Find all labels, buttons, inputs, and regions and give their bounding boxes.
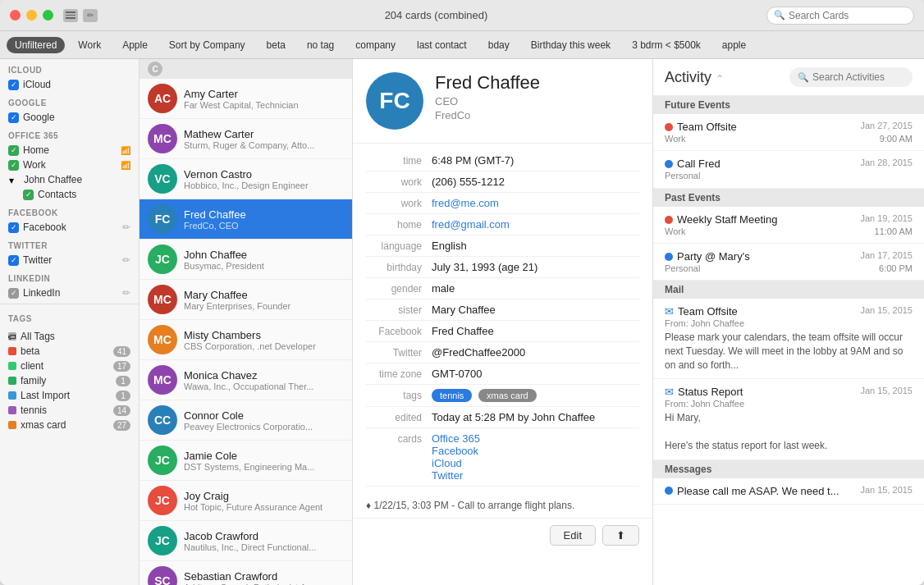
activity-search-input[interactable] [812,71,904,83]
mail-title: Mail [653,281,924,299]
contact-item-joy-craig[interactable]: JCJoy CraigHot Topic, Future Assurance A… [140,481,352,521]
tag-xmas[interactable]: xmas card [478,389,537,402]
contact-item-misty-chambers[interactable]: MCMisty ChambersCBS Corporation, .net De… [140,320,352,360]
contact-name-2: Vernon Castro [184,168,344,181]
contact-item-fred-chaffee[interactable]: FCFred ChaffeeFredCo, CEO [140,199,352,240]
tag-count-last-import: 1 [116,391,130,401]
linkedin-checkbox[interactable] [8,288,19,299]
detail-row-twitter: Twitter @FredChaffee2000 [366,342,639,363]
status-report-date: Jan 15, 2015 [860,386,913,395]
contact-item-vernon-castro[interactable]: VCVernon CastroHobbico, Inc., Design Eng… [140,159,352,199]
home-email-value[interactable]: fred@gmail.com [432,218,639,231]
search-cards-bar[interactable]: 🔍 [766,7,914,25]
detail-row-tags: tags tennis xmas card [366,385,639,407]
contact-item-jacob-crawford[interactable]: JCJacob CrawfordNautilus, Inc., Direct F… [140,521,352,561]
contact-item-mathew-carter[interactable]: MCMathew CarterSturm, Ruger & Company, A… [140,119,352,159]
sidebar-item-icloud[interactable]: iCloud [0,77,139,92]
home-checkbox[interactable] [8,145,19,156]
sidebar-toggle-icon[interactable] [63,9,78,22]
detail-avatar: FC [366,72,423,130]
contact-sub-7: Wawa, Inc., Occupational Ther... [184,382,344,391]
card-link-office365[interactable]: Office 365 [432,432,480,445]
contact-item-jamie-cole[interactable]: JCJamie ColeDST Systems, Engineering Ma.… [140,441,352,481]
edit-button[interactable]: Edit [550,525,596,546]
activity-title: Activity ⌃ [665,69,789,86]
sidebar-item-linkedin[interactable]: LinkedIn ✏ [0,286,139,300]
minimize-button[interactable] [26,10,37,21]
close-button[interactable] [10,10,21,21]
contact-item-monica-chavez[interactable]: MCMonica ChavezWawa, Inc., Occupational … [140,360,352,400]
contact-info-joy-craig: Joy CraigHot Topic, Future Assurance Age… [184,490,344,512]
tag-item-all-tags[interactable]: 🏷All Tags [0,329,139,344]
past-events-title: Past Events [653,189,924,207]
google-checkbox[interactable] [8,112,19,123]
filter-tag-no-tag[interactable]: no tag [299,37,342,53]
edit-icon-facebook[interactable]: ✏ [122,222,130,233]
tag-item-client[interactable]: client17 [0,359,139,373]
filter-tag-last-contact[interactable]: last contact [409,37,475,53]
sidebar-item-twitter[interactable]: Twitter ✏ [0,253,139,267]
filter-tag-unfiltered[interactable]: Unfiltered [7,37,65,53]
contact-name-3: Fred Chaffee [184,208,344,221]
tag-item-beta[interactable]: beta41 [0,344,139,359]
card-link-facebook[interactable]: Facebook [432,445,478,457]
tag-item-xmas-card[interactable]: xmas card27 [0,418,139,432]
timezone-value: GMT-0700 [432,368,639,380]
contact-item-connor-cole[interactable]: CCConnor ColePeavey Electronics Corporat… [140,400,352,441]
sidebar-item-home[interactable]: Home 📶 [0,143,139,158]
expand-icon: ▾ [9,175,20,185]
icloud-checkbox[interactable] [8,80,19,90]
team-offsite-time: 9:00 AM [880,134,913,144]
twitter-checkbox[interactable] [8,255,19,266]
edit-icon-linkedin[interactable]: ✏ [122,287,130,299]
filter-tag-company[interactable]: company [347,37,404,53]
filter-tag-apple[interactable]: Apple [114,37,156,53]
activity-search-bar[interactable]: 🔍 [789,67,913,87]
app-window: ✏ 204 cards (combined) 🔍 UnfilteredWorkA… [0,0,924,585]
sidebar-item-work[interactable]: Work 📶 [0,158,139,172]
tag-tennis[interactable]: tennis [432,389,472,402]
filter-tag-bday[interactable]: bday [480,37,518,53]
compose-icon[interactable]: ✏ [83,9,98,22]
contact-item-sebastian-crawford[interactable]: SCSebastian CrawfordArbitron, Speech Pat… [140,561,352,585]
message-header: Please call me ASAP. We need t... Jan 15… [665,485,913,497]
contact-name-11: Jacob Crawford [184,530,344,542]
tag-dot [8,421,16,429]
detail-row-facebook: Facebook Fred Chaffee [366,321,639,342]
contact-avatar-mathew-carter: MC [148,124,177,153]
filter-tag-sort-by-company[interactable]: Sort by Company [161,37,254,53]
search-cards-input[interactable] [789,10,907,21]
contacts-checkbox[interactable] [23,190,34,200]
facebook-checkbox[interactable] [8,222,19,233]
contact-avatar-monica-chavez: MC [148,365,177,395]
filter-tag-beta[interactable]: beta [258,37,294,53]
contact-sub-6: CBS Corporation, .net Developer [184,341,344,351]
filter-tag-birthday-this-week[interactable]: Birthday this week [523,37,619,53]
edit-icon-twitter[interactable]: ✏ [122,254,130,266]
sidebar: ICLOUD iCloud GOOGLE Google OFFICE 365 H… [0,59,140,585]
contact-info-monica-chavez: Monica ChavezWawa, Inc., Occupational Th… [184,369,344,391]
contact-item-amy-carter[interactable]: ACAmy CarterFar West Capital, Technician [140,79,352,119]
sidebar-item-facebook[interactable]: Facebook ✏ [0,220,139,235]
work-email-value[interactable]: fred@me.com [432,197,639,209]
sidebar-item-contacts[interactable]: Contacts [0,187,139,202]
contact-item-mary-chaffee[interactable]: MCMary ChaffeeMary Enterprises, Founder [140,280,352,320]
tag-item-last-import[interactable]: Last Import1 [0,388,139,403]
weekly-meeting-header: Weekly Staff Meeting Jan 19, 2015 [665,213,913,226]
sidebar-item-google[interactable]: Google [0,110,139,125]
card-link-icloud[interactable]: iCloud [432,457,462,469]
tag-item-family[interactable]: family1 [0,373,139,388]
gender-label: gender [366,282,432,295]
maximize-button[interactable] [43,10,53,21]
card-link-twitter[interactable]: Twitter [432,469,463,482]
share-button[interactable]: ⬆ [602,525,639,546]
john-chaffee-label: John Chaffee [24,174,82,185]
contact-item-john-chaffee[interactable]: JCJohn ChaffeeBusymac, President [140,240,352,280]
filter-tag-apple[interactable]: apple [714,37,754,53]
work-checkbox[interactable] [8,160,19,171]
filter-tag-work[interactable]: Work [70,37,109,53]
sidebar-item-john-chaffee[interactable]: ▾ John Chaffee [0,172,139,187]
tag-item-tennis[interactable]: tennis14 [0,403,139,418]
filter-tag-3-bdrm-<-$500k[interactable]: 3 bdrm < $500k [624,37,709,53]
work-label: Work [23,159,46,171]
